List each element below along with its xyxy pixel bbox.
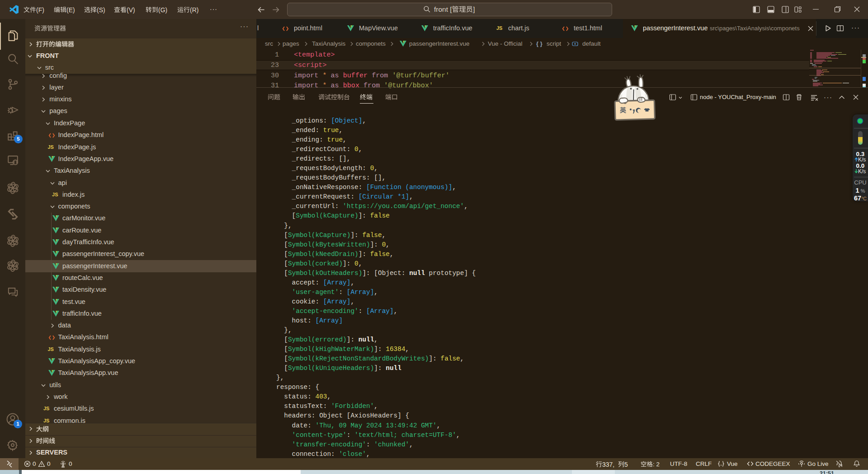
svg-text:(S): (S): [97, 6, 105, 13]
svg-text:front [: front [: [434, 5, 452, 13]
svg-text:337,: 337,: [602, 460, 614, 468]
svg-text:]: ]: [473, 5, 475, 13]
svg-text:(F): (F): [36, 6, 44, 13]
svg-text:(E): (E): [66, 6, 75, 13]
svg-text:: 2: : 2: [653, 461, 660, 468]
svg-text:5: 5: [624, 460, 628, 468]
svg-text:(V): (V): [127, 6, 135, 13]
svg-text:(R): (R): [190, 6, 198, 13]
svg-text:(G): (G): [158, 6, 167, 13]
